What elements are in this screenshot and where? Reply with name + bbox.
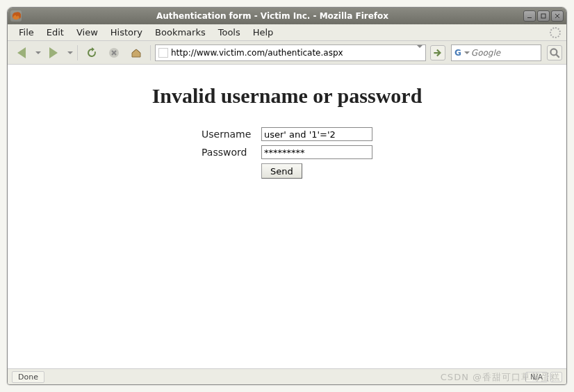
svg-line-9 xyxy=(556,54,559,58)
status-na-indicator: N/A xyxy=(525,372,548,382)
page-heading: Invalid username or password xyxy=(28,84,546,108)
stop-button[interactable] xyxy=(104,44,124,62)
svg-rect-2 xyxy=(541,14,546,18)
menubar: File Edit View History Bookmarks Tools H… xyxy=(8,24,566,41)
menu-edit[interactable]: Edit xyxy=(41,25,69,40)
login-form: Username Password Send xyxy=(202,127,372,183)
menu-history[interactable]: History xyxy=(105,25,148,40)
back-button[interactable] xyxy=(12,44,31,62)
svg-point-8 xyxy=(550,49,557,55)
menu-file[interactable]: File xyxy=(13,25,40,40)
titlebar: Authentication form - Victim Inc. - Mozi… xyxy=(8,8,566,24)
forward-arrow-icon xyxy=(49,47,58,58)
search-engine-icon[interactable]: G xyxy=(454,48,461,58)
go-icon xyxy=(432,47,444,59)
firefox-window: Authentication form - Victim Inc. - Mozi… xyxy=(7,7,567,385)
stop-icon xyxy=(108,47,120,59)
send-button[interactable]: Send xyxy=(261,163,302,179)
back-arrow-icon xyxy=(17,47,26,58)
password-label: Password xyxy=(202,147,259,158)
username-input[interactable] xyxy=(261,127,372,141)
maximize-button[interactable] xyxy=(537,10,550,22)
firefox-icon xyxy=(10,10,22,22)
url-bar[interactable] xyxy=(155,44,426,61)
menu-help[interactable]: Help xyxy=(247,25,279,40)
page-favicon-icon xyxy=(158,48,168,58)
forward-button[interactable] xyxy=(44,44,63,62)
url-input[interactable] xyxy=(171,48,413,58)
home-button[interactable] xyxy=(126,44,146,62)
magnifier-icon xyxy=(548,47,561,59)
minimize-button[interactable] xyxy=(523,10,536,22)
search-go-button[interactable] xyxy=(547,45,562,60)
statusbar: Done N/A xyxy=(8,369,566,384)
search-engine-dropdown-icon[interactable] xyxy=(464,51,470,54)
page-content: Invalid username or password Username Pa… xyxy=(8,65,566,369)
status-text: Done xyxy=(12,371,44,383)
close-button[interactable] xyxy=(551,10,564,22)
status-extra-indicator xyxy=(550,372,562,382)
toolbar-separator xyxy=(150,45,151,60)
search-bar[interactable]: G xyxy=(451,44,541,61)
window-title: Authentication form - Victim Inc. - Mozi… xyxy=(22,11,523,21)
url-dropdown-icon[interactable] xyxy=(416,48,423,58)
throbber-icon xyxy=(550,27,561,38)
menu-tools[interactable]: Tools xyxy=(213,25,246,40)
menu-view[interactable]: View xyxy=(71,25,104,40)
password-input[interactable] xyxy=(261,145,372,159)
home-icon xyxy=(130,47,142,59)
svg-rect-1 xyxy=(527,17,532,18)
username-label: Username xyxy=(202,129,259,140)
menu-bookmarks[interactable]: Bookmarks xyxy=(149,25,211,40)
reload-button[interactable] xyxy=(82,44,101,62)
reload-icon xyxy=(85,47,98,59)
toolbar-separator xyxy=(77,45,78,60)
go-button[interactable] xyxy=(430,45,445,60)
navigation-toolbar: G xyxy=(8,41,566,65)
forward-dropdown-icon[interactable] xyxy=(67,51,73,54)
back-dropdown-icon[interactable] xyxy=(35,51,41,54)
